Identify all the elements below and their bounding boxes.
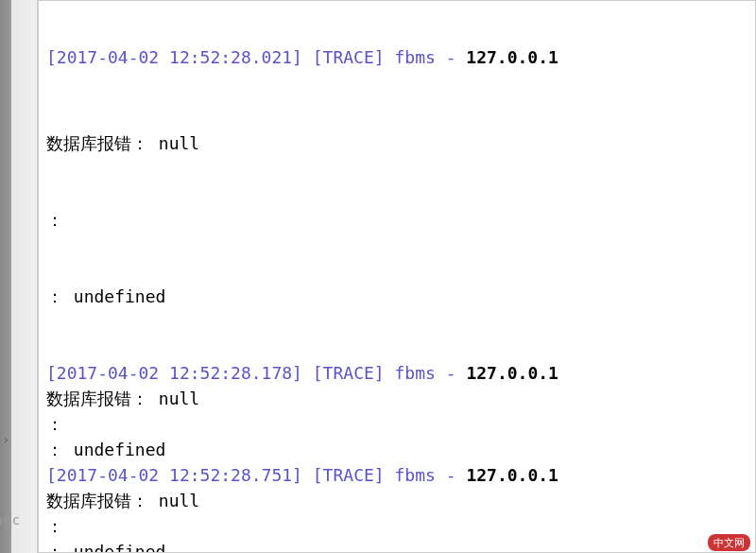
log-error-line: 数据库报错： null [46, 386, 747, 411]
expand-arrow-icon: › [2, 430, 9, 450]
terminal-output[interactable]: [2017-04-02 12:52:28.021] [TRACE] fbms -… [38, 0, 756, 553]
log-colon-line: ： [46, 207, 747, 233]
log-line-partial: [2017-04-02 12:52:28.021] [TRACE] fbms -… [46, 44, 747, 70]
log-undefined-line: ： undefined [46, 284, 747, 309]
log-colon-line: ： [46, 411, 747, 437]
log-trace-line: [2017-04-02 12:52:28.178] [TRACE] fbms -… [46, 360, 747, 386]
log-error-line: 数据库报错： null [46, 488, 747, 513]
log-error-line: 数据库报错： null [46, 130, 747, 156]
log-undefined-line: ： undefined [46, 539, 747, 553]
log-trace-line: [2017-04-02 12:52:28.751] [TRACE] fbms -… [46, 462, 747, 488]
watermark-badge: 中文网 [708, 534, 750, 552]
sidebar-fragment: › hoc [0, 0, 38, 553]
log-colon-line: ： [46, 513, 747, 539]
log-undefined-line: ： undefined [46, 437, 747, 462]
sidebar-partial-text: hoc [0, 510, 21, 530]
